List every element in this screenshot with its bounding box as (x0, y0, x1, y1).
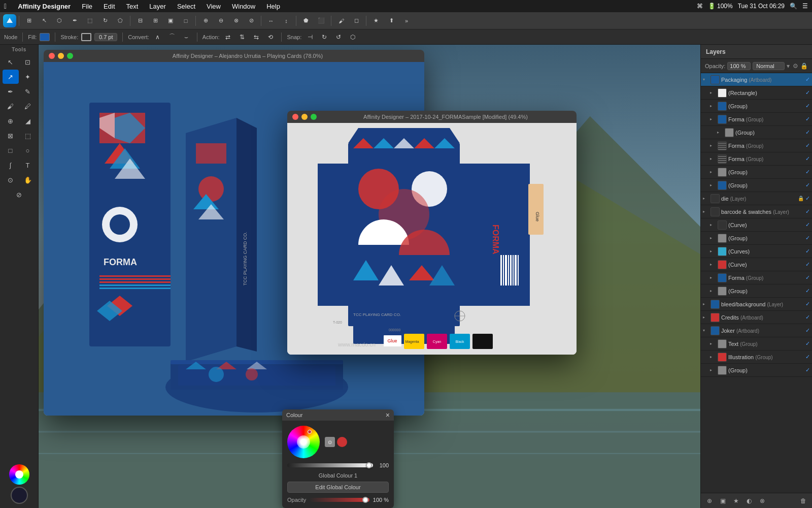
hand-tool[interactable]: ✋ (20, 173, 36, 187)
layer-item[interactable]: ▸(Group)✓ (701, 179, 812, 192)
layer-item[interactable]: ▸(Group)✓ (701, 284, 812, 298)
layer-visibility-check[interactable]: ✓ (805, 314, 810, 321)
menubar-help[interactable]: Help (264, 2, 282, 11)
curve-tool[interactable]: ∫ (3, 158, 19, 172)
menubar-text[interactable]: Text (124, 2, 141, 11)
layer-visibility-check[interactable]: ✓ (805, 89, 810, 96)
search-icon[interactable]: 🔍 (790, 3, 797, 10)
layer-visibility-check[interactable]: ✓ (805, 155, 810, 162)
toolbar-pixel-btn[interactable]: ⬛ (314, 14, 328, 28)
layer-visibility-check[interactable]: ✓ (805, 142, 810, 149)
fill-color-swatch[interactable] (40, 33, 50, 41)
toolbar-more-btn[interactable]: » (399, 14, 414, 28)
layer-item[interactable]: ▸(Group)✓ (701, 364, 812, 377)
blend-mode-select[interactable]: Normal (753, 62, 785, 70)
layer-item[interactable]: ▸barcode & swatches (Layer)✓ (701, 205, 812, 218)
layer-visibility-check[interactable]: ✓ (805, 129, 810, 136)
layer-item[interactable]: ▸(Group)✓ (701, 126, 812, 139)
opacity-slider-track[interactable] (309, 498, 369, 502)
layer-expand-icon[interactable]: ▸ (710, 90, 716, 95)
layer-expand-icon[interactable]: ▸ (710, 223, 716, 227)
colour-dot[interactable] (337, 437, 347, 447)
colour-wheel[interactable] (287, 426, 320, 458)
layer-item[interactable]: ▸(Curve)✓ (701, 218, 812, 232)
window-main-maximize[interactable] (67, 53, 73, 59)
brush-tool[interactable]: 🖌 (3, 99, 19, 113)
layer-visibility-check[interactable]: ✓ (805, 235, 810, 241)
toolbar-export-btn[interactable]: ⬆ (384, 14, 398, 28)
freehand-tool[interactable]: ✦ (20, 70, 36, 84)
layers-settings-icon[interactable]: ⚙ (793, 62, 798, 70)
layer-expand-icon[interactable]: ▸ (710, 156, 716, 161)
window-second-minimize[interactable] (301, 114, 308, 120)
layer-visibility-check[interactable]: ✓ (805, 301, 810, 307)
layer-item[interactable]: ▸(Group)✓ (701, 232, 812, 245)
layer-expand-icon[interactable]: ▾ (703, 328, 709, 333)
layer-expand-icon[interactable]: ▸ (710, 262, 716, 267)
menubar-select[interactable]: Select (175, 2, 197, 11)
layer-expand-icon[interactable]: ▸ (710, 368, 716, 372)
opacity-value-layers[interactable]: 100 % (727, 62, 751, 70)
colour-slider-thumb[interactable] (366, 462, 372, 468)
toolbar-distribute-btn[interactable]: ⊞ (148, 14, 162, 28)
pencil-tool[interactable]: ✎ (20, 84, 36, 99)
toolbar-flip-v[interactable]: ↕ (279, 14, 293, 28)
layer-expand-icon[interactable]: ▸ (703, 209, 709, 214)
action-btn-4[interactable]: ⟲ (265, 31, 276, 43)
layer-expand-icon[interactable]: ▸ (703, 302, 709, 306)
layer-visibility-check[interactable]: ✓ (805, 103, 810, 109)
layer-item[interactable]: ▸die (Layer)🔒✓ (701, 192, 812, 205)
toolbar-shear-btn[interactable]: ⬠ (113, 14, 127, 28)
menubar-app-name[interactable]: Affinity Designer (16, 2, 73, 11)
layer-item[interactable]: ▸(Group)✓ (701, 166, 812, 179)
opacity-slider-thumb[interactable] (362, 497, 368, 503)
layer-item[interactable]: ▸Forma (Group)✓ (701, 139, 812, 152)
window-main-close[interactable] (49, 53, 55, 59)
snap-btn-3[interactable]: ↺ (333, 31, 344, 43)
layer-visibility-check[interactable]: ✓ (805, 340, 810, 347)
layer-expand-icon[interactable]: ▸ (710, 355, 716, 359)
layer-visibility-check[interactable]: ✓ (805, 261, 810, 268)
toolbar-align-btn[interactable]: ⊟ (133, 14, 147, 28)
toolbar-move-btn[interactable]: ↖ (37, 14, 51, 28)
layer-expand-icon[interactable]: ▸ (703, 196, 709, 201)
toolbar-boolean-intersect[interactable]: ⊗ (229, 14, 243, 28)
layer-visibility-check[interactable]: ✓ (805, 248, 810, 255)
apple-menu[interactable]:  (4, 2, 7, 10)
stroke-color-swatch[interactable] (81, 33, 91, 41)
marquee-tool[interactable]: ⊡ (20, 55, 36, 69)
window-second-maximize[interactable] (311, 114, 317, 120)
colour-slider-track[interactable] (287, 463, 373, 467)
snap-btn-1[interactable]: ⊣ (304, 31, 316, 43)
layer-visibility-check[interactable]: ✓ (805, 327, 810, 334)
canvas-area[interactable]: Affinity Designer – Alejandro Urrutia – … (39, 45, 700, 508)
window-main-minimize[interactable] (58, 53, 64, 59)
smudge-tool[interactable]: ⊕ (3, 114, 19, 128)
add-group-btn[interactable]: ▣ (717, 495, 728, 506)
layer-lock-icon[interactable]: 🔒 (798, 196, 804, 201)
window-main-titlebar[interactable]: Affinity Designer – Alejandro Urrutia – … (44, 50, 424, 62)
colour-panel-close[interactable]: × (386, 411, 390, 419)
layer-item[interactable]: ▸(Rectangle)✓ (701, 86, 812, 100)
edit-global-colour-button[interactable]: Edit Global Colour (287, 482, 389, 493)
toolbar-boolean-divide[interactable]: ⊘ (244, 14, 258, 28)
layer-item[interactable]: ▸Forma (Group)✓ (701, 152, 812, 166)
layer-expand-icon[interactable]: ▸ (710, 341, 716, 346)
layer-expand-icon[interactable]: ▸ (717, 130, 723, 135)
layer-expand-icon[interactable]: ▸ (703, 315, 709, 320)
toolbar-transform-btn[interactable]: ⬚ (83, 14, 97, 28)
add-adj-btn[interactable]: ◐ (743, 495, 755, 506)
layer-visibility-check[interactable]: ✓ (805, 221, 810, 228)
add-artboard-btn[interactable]: ⊕ (704, 495, 715, 506)
layer-item[interactable]: ▾Packaging (Artboard)✓ (701, 73, 812, 86)
layer-expand-icon[interactable]: ▸ (710, 236, 716, 240)
eyedropper-icon[interactable]: ⊙ (325, 437, 335, 447)
menubar-edit[interactable]: Edit (101, 2, 117, 11)
zoom-tool[interactable]: ⊙ (3, 173, 19, 187)
snap-btn-2[interactable]: ↻ (319, 31, 330, 43)
mask-btn[interactable]: ⊗ (757, 495, 768, 506)
toolbar-effects-btn[interactable]: ★ (369, 14, 383, 28)
toolbar-boolean-union[interactable]: ⊕ (198, 14, 213, 28)
layer-item[interactable]: ▸(Curve)✓ (701, 258, 812, 271)
ellipse-tool[interactable]: ○ (20, 143, 36, 157)
